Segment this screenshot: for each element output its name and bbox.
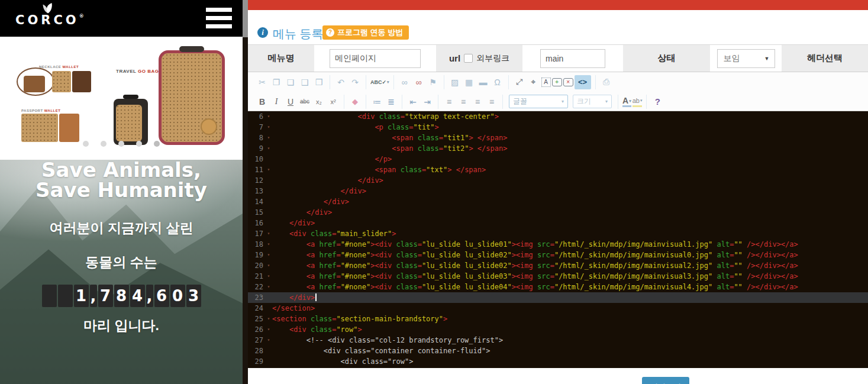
remove-comment-icon[interactable]: × — [563, 78, 573, 86]
background-color-icon[interactable]: ab▾ — [633, 96, 643, 107]
hero-section: Save Animals, Save Humanity 여러분이 지금까지 살린… — [0, 160, 243, 384]
align-right-icon[interactable]: ≡ — [471, 95, 484, 109]
source-code-area[interactable]: 6▾ <div class="txtwrap text-center">7▾ <… — [248, 111, 868, 368]
find-icon[interactable]: ⌖ — [527, 75, 540, 89]
select-all-icon[interactable]: A — [541, 78, 551, 87]
slider-dot[interactable] — [136, 141, 142, 147]
external-link-label: 외부링크 — [476, 53, 509, 64]
preview-scrollbar-thumb[interactable] — [243, 0, 248, 37]
superscript-icon[interactable]: x² — [327, 95, 340, 109]
redo-icon[interactable]: ↷ — [349, 75, 362, 89]
preview-scrollbar-track[interactable] — [243, 0, 248, 384]
url-label: url — [449, 53, 460, 63]
hero-subtitle1: 여러분이 지금까지 살린 — [0, 219, 243, 237]
paste-icon[interactable]: ❏ — [284, 75, 297, 89]
source-icon[interactable]: <> — [575, 75, 591, 89]
outdent-icon[interactable]: ⇤ — [406, 95, 420, 109]
card-wallet-cork-image — [52, 71, 71, 92]
italic-icon[interactable]: I — [270, 95, 283, 109]
copy-icon[interactable]: ❐ — [270, 75, 283, 89]
slider-dots — [83, 141, 160, 147]
print-icon[interactable]: ⎙ — [600, 75, 613, 89]
corco-leaf-icon — [40, 2, 56, 14]
size-select[interactable]: 크기▾ — [573, 95, 612, 108]
horizontal-rule-icon[interactable]: ▬ — [477, 75, 490, 89]
toolbar-group: A▾ab▾ — [618, 95, 647, 109]
toolbar-group: ⎙ — [596, 75, 617, 89]
undo-icon[interactable]: ↶ — [334, 75, 347, 89]
top-red-bar — [248, 0, 868, 10]
travel-go-bag-label: TRAVEL GO BAG — [116, 69, 159, 74]
program-link-help-badge[interactable]: ? 프로그램 연동 방법 — [322, 25, 409, 40]
preview-button[interactable]: 미리보기 — [642, 377, 689, 384]
align-center-icon[interactable]: ≡ — [457, 95, 470, 109]
travel-go-bag-image — [159, 50, 225, 145]
unlink-icon[interactable]: ∞ — [412, 75, 425, 89]
subscript-icon[interactable]: x₂ — [312, 95, 325, 109]
slider-dot[interactable] — [101, 141, 107, 147]
external-link-checkbox[interactable] — [464, 54, 473, 63]
product-slide: NECKLACE WALLET PASSPORT WALLET TRAVEL G… — [0, 37, 243, 160]
paste-plain-text-icon[interactable]: ❑ — [298, 75, 311, 89]
menu-name-input[interactable] — [330, 49, 421, 68]
badge-label: 프로그램 연동 방법 — [337, 27, 403, 38]
about-icon[interactable]: ? — [651, 95, 664, 109]
code-line-25: 25▾<section class="section-main-brandsto… — [248, 314, 868, 324]
url-input[interactable] — [540, 49, 605, 68]
code-line-9: 9▾ <span class="tit2"> </span> — [248, 143, 868, 154]
counter-tile — [58, 285, 73, 307]
code-line-15: 15 </div> — [248, 207, 868, 218]
slider-dot[interactable] — [118, 141, 124, 147]
font-select[interactable]: 글꼴▾ — [509, 95, 568, 108]
status-select[interactable]: 보임 ▼ — [717, 49, 775, 68]
editor-toolbar: ✂❐❏❑❒↶↷ABC✓▾∞∞⚑▨▦▬Ω⤢⌖A+×<>⎙ BIUabcx₂x²◆≔… — [248, 72, 868, 111]
justify-icon[interactable]: ≡ — [485, 95, 498, 109]
code-line-22: 22▾ <a href="#none"><div class="lu_slide… — [248, 282, 868, 292]
paste-from-word-icon[interactable]: ❒ — [312, 75, 325, 89]
counter-tile: 8 — [114, 285, 129, 307]
code-line-13: 13 </div> — [248, 186, 868, 196]
counter-tile: , — [90, 285, 97, 307]
code-line-7: 7▾ <p class="tit"> — [248, 122, 868, 133]
maximize-icon[interactable]: ⤢ — [513, 75, 526, 89]
toolbar-group: BIUabcx₂x² — [251, 95, 344, 109]
link-icon[interactable]: ∞ — [398, 75, 411, 89]
numbered-list-icon[interactable]: ≔ — [370, 95, 383, 109]
special-character-icon[interactable]: Ω — [491, 75, 504, 89]
question-icon: ? — [326, 28, 334, 37]
text-color-icon[interactable]: A▾ — [622, 96, 631, 107]
spellcheck-icon[interactable]: ABC✓▾ — [370, 75, 389, 89]
passport-wallet-cork-image — [21, 114, 58, 142]
toolbar-row-2: BIUabcx₂x²◆≔≣⇤⇥≡≡≡≡글꼴▾크기▾A▾ab▾? — [251, 92, 868, 111]
strikethrough-icon[interactable]: abc — [298, 95, 311, 109]
animal-counter: 1,784,603 — [0, 285, 243, 307]
corco-logo[interactable]: CORCO® — [15, 2, 80, 27]
underline-icon[interactable]: U — [284, 95, 297, 109]
screen: CORCO® NECKLACE WALLET PASSPORT WALLET T… — [0, 0, 868, 384]
code-line-27: 27▾ <!-- <div class="col-12 brandstory_r… — [248, 335, 868, 346]
add-comment-icon[interactable]: + — [552, 78, 562, 86]
toolbar-group: ABC✓▾ — [366, 75, 394, 89]
table-icon[interactable]: ▦ — [463, 75, 476, 89]
cut-icon[interactable]: ✂ — [256, 75, 269, 89]
site-preview-pane: CORCO® NECKLACE WALLET PASSPORT WALLET T… — [0, 0, 243, 384]
hamburger-menu-icon[interactable] — [206, 8, 232, 29]
necklace-wallet-label: NECKLACE WALLET — [39, 65, 79, 69]
bulleted-list-icon[interactable]: ≣ — [385, 95, 398, 109]
toolbar-group: 글꼴▾크기▾ — [503, 95, 618, 109]
code-line-16: 16 </div> — [248, 218, 868, 228]
code-line-8: 8▾ <span class="tit1"> </span> — [248, 133, 868, 143]
chevron-down-icon: ▼ — [764, 56, 770, 62]
hero-subtitle2: 동물의 수는 — [0, 253, 243, 272]
anchor-icon[interactable]: ⚑ — [427, 75, 440, 89]
indent-icon[interactable]: ⇥ — [421, 95, 434, 109]
align-left-icon[interactable]: ≡ — [443, 95, 456, 109]
counter-tile: 3 — [186, 285, 201, 307]
slider-dot[interactable] — [83, 141, 89, 147]
admin-header: i 메뉴 등록 ? 프로그램 연동 방법 — [248, 10, 868, 44]
slider-dot[interactable] — [154, 141, 160, 147]
bold-icon[interactable]: B — [256, 95, 269, 109]
remove-format-icon[interactable]: ◆ — [349, 95, 362, 109]
image-icon[interactable]: ▨ — [448, 75, 462, 89]
toolbar-group: ∞∞⚑ — [394, 75, 444, 89]
